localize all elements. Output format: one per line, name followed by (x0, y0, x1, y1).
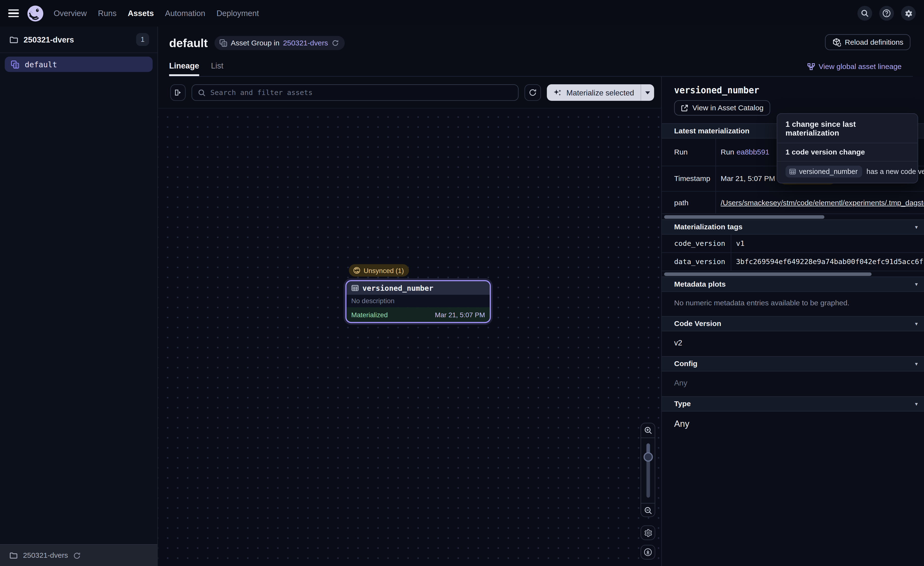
type-value: Any (662, 411, 924, 438)
chevron-down-icon[interactable]: ▼ (914, 281, 919, 287)
chevron-down-icon[interactable]: ▼ (914, 361, 919, 367)
path-row: path /Users/smackesey/stm/code/elementl/… (662, 192, 924, 214)
asset-group-icon (10, 60, 20, 69)
graph-toolbar: Materialize selected (170, 84, 654, 101)
help-icon[interactable] (879, 6, 894, 21)
view-global-asset-lineage-link[interactable]: View global asset lineage (807, 62, 902, 71)
timestamp-label: Timestamp (662, 166, 716, 191)
section-metadata-plots[interactable]: Metadata plots ▼ (662, 277, 924, 292)
search-input[interactable] (210, 89, 512, 97)
top-nav: Overview Runs Assets Automation Deployme… (0, 0, 924, 27)
section-materialization-tags[interactable]: Materialization tags ▼ (662, 219, 924, 235)
view-in-asset-catalog-button[interactable]: View in Asset Catalog (674, 100, 770, 116)
download-image-button[interactable] (640, 545, 655, 560)
zoom-slider-thumb[interactable] (643, 452, 652, 462)
nav-item-runs[interactable]: Runs (98, 9, 117, 18)
horizontal-scrollbar[interactable] (664, 272, 872, 276)
materialize-selected-button[interactable]: Materialize selected (547, 84, 654, 101)
zoom-slider[interactable] (641, 438, 655, 504)
tag-row-data-version: data_version 3bfc269594ef649228e9a74bab0… (662, 253, 924, 271)
search-icon[interactable] (858, 6, 872, 21)
expand-sidebar-button[interactable] (170, 84, 186, 101)
zoom-out-button[interactable] (641, 504, 655, 518)
chevron-down-icon[interactable]: ▼ (914, 321, 919, 327)
nav-item-overview[interactable]: Overview (54, 9, 87, 18)
lineage-graph-canvas[interactable]: Unsynced (1) versioned_number No descrip… (158, 108, 662, 566)
asset-group-icon (219, 39, 227, 47)
chevron-down-icon[interactable]: ▼ (914, 401, 919, 406)
sidebar-group-name: 250321-dvers (24, 35, 131, 44)
metadata-plots-empty-text: No numeric metadata entries available to… (662, 292, 924, 316)
sync-icon (353, 266, 361, 274)
config-value: Any (662, 372, 924, 396)
nav-items: Overview Runs Assets Automation Deployme… (54, 9, 259, 18)
badge-prefix: Asset Group in (231, 39, 279, 47)
sidebar-footer[interactable]: 250321-dvers (0, 544, 158, 566)
dagster-app: Overview Runs Assets Automation Deployme… (0, 0, 924, 566)
nav-item-assets[interactable]: Assets (128, 9, 154, 18)
lineage-graph-column: Materialize selected Unsynced (1) (158, 77, 662, 566)
zoom-in-button[interactable] (641, 423, 655, 438)
tab-list[interactable]: List (211, 61, 224, 76)
refresh-icon[interactable] (332, 39, 339, 47)
sidebar-group-count-badge: 1 (136, 33, 149, 46)
changes-popup: 1 change since last materialization 1 co… (777, 113, 918, 184)
asset-group-badge: Asset Group in 250321-dvers (214, 36, 345, 50)
table-icon (789, 168, 796, 175)
reload-definitions-button[interactable]: Reload definitions (825, 34, 910, 50)
materialize-selected-label: Materialize selected (566, 88, 634, 97)
folder-icon (9, 551, 18, 560)
horizontal-scrollbar[interactable] (664, 215, 825, 219)
tabs-row: Lineage List View global asset lineage (169, 58, 913, 77)
section-code-version[interactable]: Code Version ▼ (662, 316, 924, 331)
tab-lineage[interactable]: Lineage (169, 61, 200, 76)
unsynced-badge[interactable]: Unsynced (1) (349, 264, 410, 277)
unsynced-badge-label: Unsynced (1) (364, 267, 404, 274)
chevron-down-icon[interactable]: ▼ (914, 224, 919, 230)
reload-cube-icon (832, 38, 840, 47)
run-id-link[interactable]: ea8bb591 (736, 148, 770, 156)
path-label: path (662, 192, 716, 214)
asset-node-timestamp: Mar 21, 5:07 PM (435, 311, 485, 318)
popup-detail-row: versioned_number has a new code version (777, 161, 918, 183)
asset-node-header: versioned_number (346, 281, 490, 295)
asset-node-status: Materialized (351, 311, 388, 318)
tag-row-code-version: code_version v1 (662, 235, 924, 253)
sidebar-item-default[interactable]: default (4, 57, 153, 72)
sidebar-group-header[interactable]: 250321-dvers 1 (0, 27, 158, 53)
asset-node-description: No description (346, 295, 490, 307)
settings-gear-icon[interactable] (901, 6, 916, 21)
panel-asset-title: versioned_number (674, 85, 912, 96)
asset-node-status-row: Materialized Mar 21, 5:07 PM (346, 307, 490, 322)
path-value-link[interactable]: /Users/smackesey/stm/code/elementl/exper… (721, 199, 924, 207)
timestamp-value: Mar 21, 5:07 PM (721, 175, 775, 183)
asset-chip[interactable]: versioned_number (786, 166, 862, 178)
graph-settings-button[interactable] (640, 525, 655, 540)
asset-chip-label: versioned_number (799, 167, 858, 176)
page-header: default Asset Group in 250321-dvers (158, 27, 924, 77)
view-in-asset-catalog-label: View in Asset Catalog (692, 104, 764, 112)
search-icon (198, 89, 206, 96)
asset-node-versioned-number[interactable]: versioned_number No description Material… (345, 280, 491, 323)
reload-workspace-icon[interactable] (74, 552, 81, 560)
nav-item-deployment[interactable]: Deployment (216, 9, 259, 18)
sidebar-item-label: default (25, 60, 57, 69)
nav-item-automation[interactable]: Automation (165, 9, 206, 18)
section-type[interactable]: Type ▼ (662, 396, 924, 411)
run-label: Run (662, 138, 716, 166)
asset-node-name: versioned_number (363, 284, 434, 292)
popup-title: 1 change since last materialization (777, 114, 918, 143)
lineage-graph-icon (807, 63, 815, 71)
refresh-graph-button[interactable] (525, 84, 541, 101)
run-value-prefix: Run (721, 148, 734, 156)
materialize-dropdown-caret[interactable] (640, 84, 654, 101)
external-link-icon (681, 104, 688, 112)
asset-groups-sidebar: 250321-dvers 1 default 250321-dvers (0, 27, 158, 566)
badge-group-link[interactable]: 250321-dvers (283, 39, 328, 47)
popup-detail-text: has a new code version (867, 167, 924, 176)
sidebar-footer-label: 250321-dvers (23, 551, 68, 560)
section-config[interactable]: Config ▼ (662, 356, 924, 372)
hamburger-menu-icon[interactable] (8, 9, 19, 17)
asset-search-box (192, 84, 519, 101)
dagster-logo-icon[interactable] (27, 5, 44, 22)
